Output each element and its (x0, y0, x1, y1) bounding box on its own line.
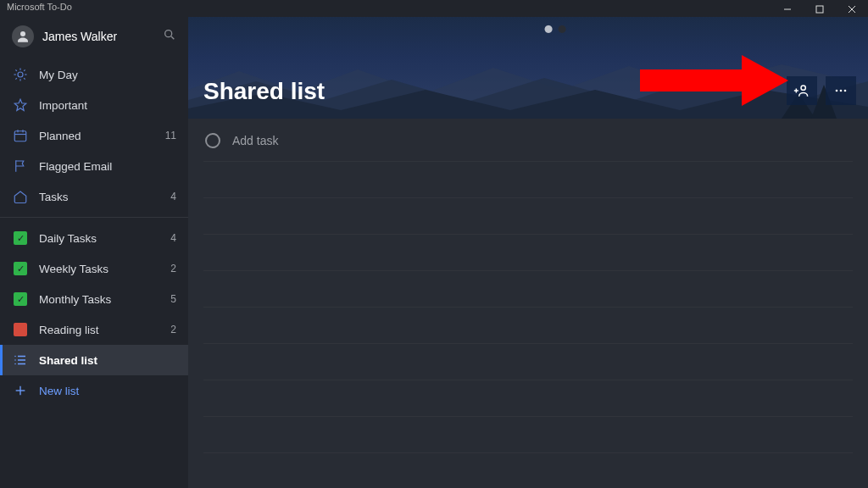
hero-actions (787, 76, 856, 105)
more-button[interactable] (826, 76, 856, 105)
svg-point-34 (801, 86, 805, 90)
search-icon[interactable] (163, 28, 176, 45)
calendar-icon (12, 127, 29, 144)
home-icon (12, 188, 29, 205)
task-slot (188, 308, 868, 343)
sidebar-item-label: Monthly Tasks (39, 293, 170, 306)
sidebar-item-planned[interactable]: Planned 11 (0, 120, 188, 151)
task-slot (188, 162, 868, 197)
task-slot (188, 417, 868, 452)
checkbox-icon: ✓ (12, 230, 29, 247)
sun-icon (12, 66, 29, 83)
svg-rect-17 (14, 131, 26, 141)
sidebar-item-label: Reading list (39, 324, 170, 336)
sidebar-item-label: Flagged Email (39, 160, 176, 173)
maximize-button[interactable] (804, 2, 836, 17)
add-task-row[interactable] (188, 122, 868, 159)
app-title: Microsoft To-Do (7, 2, 72, 12)
share-button[interactable] (787, 76, 817, 105)
add-task-input[interactable] (232, 134, 851, 147)
hero: Shared list (188, 17, 868, 119)
user-name: James Walker (42, 30, 163, 43)
svg-line-15 (24, 69, 25, 71)
task-slot (188, 271, 868, 307)
task-slot (188, 380, 868, 416)
avatar (12, 25, 34, 47)
sidebar-item-label: Planned (39, 130, 165, 142)
window-controls (771, 2, 868, 17)
circle-icon (205, 133, 220, 148)
svg-point-39 (844, 90, 847, 92)
sidebar-item-label: Weekly Tasks (39, 263, 170, 275)
sidebar-item-count: 2 (170, 263, 176, 274)
minimize-button[interactable] (771, 2, 804, 17)
sidebar-item-flagged[interactable]: Flagged Email (0, 151, 188, 181)
svg-point-5 (165, 30, 172, 37)
sidebar-item-label: Tasks (39, 191, 170, 203)
svg-point-38 (840, 90, 843, 92)
close-button[interactable] (836, 2, 868, 17)
plus-icon (12, 382, 29, 399)
selected-indicator (0, 345, 3, 375)
user-row[interactable]: James Walker (0, 17, 188, 59)
task-slot (188, 344, 868, 380)
sidebar-item-label: Daily Tasks (39, 232, 170, 245)
sidebar-item-count: 11 (165, 130, 176, 141)
svg-line-12 (15, 69, 17, 71)
svg-line-14 (15, 78, 17, 80)
star-icon (12, 97, 29, 114)
sidebar-item-tasks[interactable]: Tasks 4 (0, 181, 188, 212)
main-panel: Shared list (188, 17, 868, 488)
page-title: Shared list (203, 78, 325, 105)
sidebar-item-important[interactable]: Important (0, 90, 188, 120)
sidebar-item-myday[interactable]: My Day (0, 59, 188, 90)
add-person-icon (793, 82, 810, 99)
sidebar-item-reading-list[interactable]: Reading list 2 (0, 314, 188, 345)
sidebar-item-weekly-tasks[interactable]: ✓ Weekly Tasks 2 (0, 253, 188, 284)
svg-line-13 (24, 78, 25, 80)
checkbox-icon: ✓ (12, 260, 29, 277)
checkbox-icon: ✓ (12, 291, 29, 308)
sidebar-item-count: 5 (170, 293, 176, 305)
svg-line-6 (171, 36, 174, 39)
svg-marker-16 (14, 99, 26, 110)
task-slot (188, 198, 868, 234)
sidebar-item-label: Important (39, 99, 176, 112)
new-list-button[interactable]: New list (0, 375, 188, 406)
task-divider (203, 452, 853, 453)
list-icon (12, 352, 29, 369)
ellipsis-icon (832, 82, 849, 99)
sidebar-item-count: 4 (170, 232, 176, 244)
sidebar-item-label: My Day (39, 69, 176, 81)
svg-rect-1 (816, 6, 823, 13)
sidebar-item-daily-tasks[interactable]: ✓ Daily Tasks 4 (0, 223, 188, 253)
sidebar-item-label: Shared list (39, 354, 176, 367)
flag-icon (12, 158, 29, 175)
sidebar: James Walker My Day Important Planned (0, 17, 188, 488)
svg-point-7 (18, 72, 23, 77)
sidebar-item-monthly-tasks[interactable]: ✓ Monthly Tasks 5 (0, 284, 188, 314)
checkbox-icon (12, 321, 29, 338)
new-list-label: New list (39, 385, 176, 397)
svg-point-4 (20, 31, 25, 36)
sidebar-item-count: 2 (170, 324, 176, 336)
tasks-area (188, 119, 868, 488)
sidebar-item-shared-list[interactable]: Shared list (0, 345, 188, 375)
task-slot (188, 235, 868, 270)
sidebar-divider (0, 217, 188, 218)
titlebar: Microsoft To-Do (0, 0, 868, 17)
svg-point-37 (836, 90, 838, 92)
sidebar-item-count: 4 (170, 191, 176, 202)
